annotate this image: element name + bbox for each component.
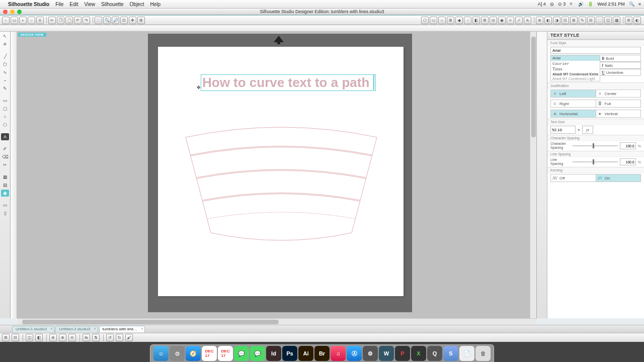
document-tab[interactable]: tumblers with line…× (99, 326, 145, 332)
menu-file[interactable]: File (55, 2, 63, 7)
font-list-item[interactable]: Arial (551, 55, 600, 61)
font-list-item[interactable]: Abadi MT Condensed Extra (551, 72, 600, 76)
app-menu[interactable]: Silhouette Studio (8, 2, 49, 7)
flip-v-icon[interactable]: ⇅ (92, 334, 100, 341)
volume-icon[interactable]: 🔊 (578, 2, 584, 7)
dock-calendar-icon[interactable]: DEC17 (202, 346, 217, 361)
dock-word-icon[interactable]: W (379, 346, 394, 361)
group-icon[interactable]: ⊞ (2, 334, 10, 341)
zoom-drag-icon[interactable]: ✥ (129, 17, 136, 24)
redo-icon[interactable]: ↷ (83, 17, 90, 24)
char-spacing-input[interactable] (620, 142, 636, 149)
copy-icon[interactable]: ❐ (57, 17, 64, 24)
dock-trash-icon[interactable]: 🗑 (475, 346, 491, 361)
page-icon[interactable]: ▭ (430, 17, 437, 24)
rounded-rect-tool-icon[interactable]: ▢ (1, 105, 9, 112)
dock-messages2-icon[interactable]: 💬 (250, 346, 265, 361)
close-icon[interactable] (3, 10, 8, 14)
dock-bridge-icon[interactable]: Br (314, 346, 330, 361)
horizontal-button[interactable]: AHorizontal (550, 110, 596, 118)
status-icon[interactable]: A] 4 (538, 2, 546, 7)
close-tab-icon[interactable]: × (94, 327, 96, 330)
status-icon[interactable]: ◎ (550, 2, 554, 7)
shape-icon[interactable]: ◆ (455, 17, 463, 24)
dock-app-p-icon[interactable]: P (395, 346, 410, 361)
dock-indesign-icon[interactable]: Id (266, 346, 281, 361)
dock-finder-icon[interactable]: ☺ (153, 346, 169, 361)
line-icon[interactable]: ⟋ (464, 17, 471, 24)
font-name-input[interactable] (550, 47, 641, 54)
close-tab-icon[interactable]: × (50, 327, 52, 330)
wifi-icon[interactable]: ᯤ (570, 2, 574, 7)
ellipse-tool-icon[interactable]: ○ (1, 113, 9, 120)
line-spacing-input[interactable] (620, 158, 636, 165)
font-list-item[interactable]: Courier (551, 61, 600, 66)
pan-icon[interactable]: ⊞ (137, 17, 145, 24)
select-tool-icon[interactable]: ↖ (1, 33, 9, 40)
replicate-icon[interactable]: ⊕ (536, 17, 543, 24)
curve-tool-icon[interactable]: ∿ (1, 69, 9, 76)
regular-polygon-tool-icon[interactable]: ⬡ (1, 121, 9, 128)
knife-icon[interactable]: ⊟ (587, 17, 595, 24)
vertical-button[interactable]: ➤Vertical (596, 110, 641, 118)
dock-app-icon[interactable]: ⊙ (170, 346, 185, 361)
justify-center-button[interactable]: ≡Center (596, 89, 641, 98)
text-tool-icon[interactable]: A (1, 133, 9, 140)
rotate-r-icon[interactable]: ↻ (116, 334, 123, 341)
dock-messages-icon[interactable]: 💬 (234, 346, 249, 361)
rhinestone-icon[interactable]: ⬚ (596, 17, 603, 24)
new-icon[interactable]: ▫ (2, 17, 10, 24)
library-icon[interactable]: ⊞ (447, 17, 454, 24)
justify-full-button[interactable]: ≣Full (596, 100, 641, 108)
print-icon[interactable]: ⎙ (36, 17, 44, 24)
menu-help[interactable]: Help (150, 2, 160, 7)
justify-left-button[interactable]: ≡Left (550, 89, 596, 98)
release-icon[interactable]: ◧ (35, 334, 43, 341)
flip-h-icon[interactable]: ⇋ (83, 334, 90, 341)
italic-button[interactable]: IItalic (600, 62, 641, 69)
dock-photoshop-icon[interactable]: Ps (282, 346, 297, 361)
line-tool-icon[interactable]: ╱ (1, 53, 9, 60)
menu-view[interactable]: View (85, 2, 96, 7)
paint-icon[interactable]: 🖌 (125, 334, 133, 341)
fill-icon[interactable]: ◧ (472, 17, 480, 24)
cut-icon[interactable]: ✂ (48, 17, 56, 24)
theme-icon[interactable]: ◐ (633, 17, 641, 24)
sketch-icon[interactable]: ✎ (579, 17, 586, 24)
font-list-item[interactable]: Abadi MT Condensed Light (551, 76, 600, 81)
dock-pages-icon[interactable]: 📄 (459, 346, 474, 361)
arc-tool-icon[interactable]: ⌢ (1, 77, 9, 84)
dock-safari-icon[interactable]: 🧭 (186, 346, 201, 361)
knife-tool-icon[interactable]: ✂ (1, 161, 9, 168)
document-tab[interactable]: Untitled-2.studio3× (55, 326, 98, 332)
clock[interactable]: Wed 2:51 PM (597, 2, 624, 7)
save-as-icon[interactable]: ▫ (28, 17, 35, 24)
text-size-unit[interactable]: pt (582, 126, 593, 134)
bold-button[interactable]: BBold (600, 55, 641, 62)
preferences-icon[interactable]: ⚙ (625, 17, 632, 24)
underline-button[interactable]: UUnderline (600, 69, 641, 76)
zoom-icon[interactable] (17, 10, 22, 14)
justify-right-button[interactable]: ≡Right (550, 100, 596, 108)
undo-icon[interactable]: ↶ (74, 17, 82, 24)
scrollbar-vertical[interactable] (530, 32, 536, 318)
kerning-off-button[interactable]: AVOff (550, 174, 596, 182)
pixscan-icon[interactable]: ▦ (613, 17, 620, 24)
trace-icon[interactable]: ◎ (490, 17, 497, 24)
scrollbar-horizontal[interactable] (17, 318, 537, 325)
canvas-text-object[interactable]: How to curve text to a path (201, 74, 376, 91)
ungroup-icon[interactable]: ⊟ (12, 334, 19, 341)
save-icon[interactable]: ▪ (19, 17, 27, 24)
modify1-icon[interactable]: ◐ (544, 17, 552, 24)
layout-icon[interactable]: ▭ (1, 202, 9, 209)
subtract-icon[interactable]: ⊖ (68, 334, 76, 341)
zoom-in-icon[interactable]: 🔍 (103, 17, 111, 24)
document-tab[interactable]: Untitled-1.studio3× (12, 326, 54, 332)
zoom-out-icon[interactable]: 🔎 (112, 17, 119, 24)
modify2-icon[interactable]: ◑ (553, 17, 560, 24)
registration-icon[interactable]: ⊞ (570, 17, 578, 24)
menu-object[interactable]: Object (130, 2, 144, 7)
crop-icon[interactable]: ⊗ (59, 334, 66, 341)
store-icon[interactable]: ⌂ (438, 17, 446, 24)
close-tab-icon[interactable]: × (141, 327, 143, 330)
